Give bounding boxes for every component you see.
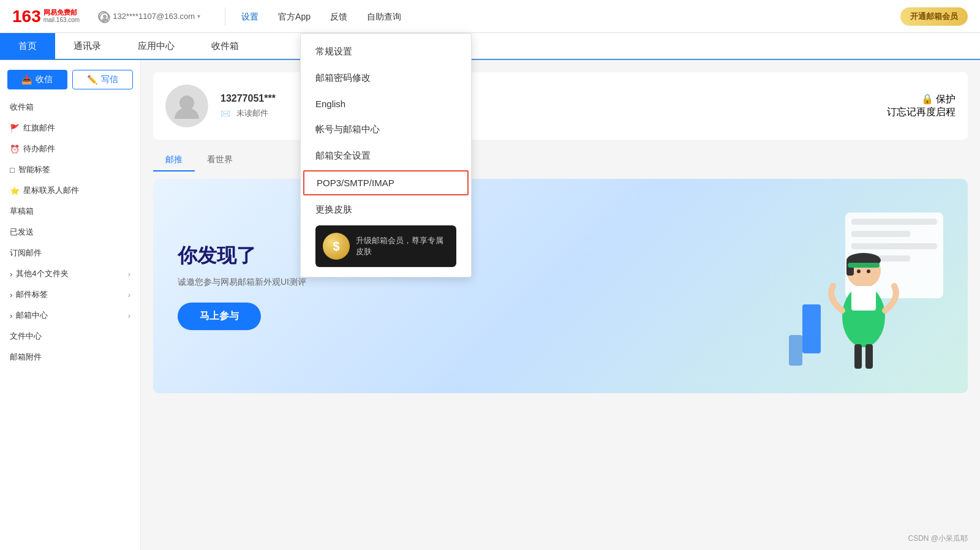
right-card-title: 订忘记再度启程 xyxy=(887,106,956,119)
avatar xyxy=(165,85,208,127)
sidebar-item-flagged[interactable]: 🚩 红旗邮件 xyxy=(0,118,140,138)
vip-button[interactable]: 开通邮箱会员 xyxy=(900,7,968,26)
coin-icon: $ xyxy=(323,233,350,260)
sidebar-item-subscriptions[interactable]: 订阅邮件 xyxy=(0,243,140,263)
tab-home[interactable]: 首页 xyxy=(0,32,55,59)
illus-character xyxy=(821,225,907,372)
right-card-text: 🔒 保护 xyxy=(887,93,956,106)
skin-preview[interactable]: $ 升级邮箱会员，尊享专属皮肤 xyxy=(315,225,456,267)
top-navbar: 163 网易免费邮 mail.163.com 132****1107@163.c… xyxy=(0,0,980,33)
settings-dropdown: 常规设置 邮箱密码修改 English 帐号与邮箱中心 邮箱安全设置 POP3/… xyxy=(300,33,472,277)
menu-item-account-center[interactable]: 帐号与邮箱中心 xyxy=(301,116,471,143)
nav-divider xyxy=(225,7,225,26)
skin-preview-inner: $ 升级邮箱会员，尊享专属皮肤 xyxy=(315,225,456,267)
svg-rect-10 xyxy=(851,286,876,311)
logo-tagline: 网易免费邮 xyxy=(43,9,80,17)
sidebar-label: 文件中心 xyxy=(10,331,42,342)
illus-bar-1 xyxy=(851,219,937,225)
chevron-right-icon: › xyxy=(10,269,12,279)
svg-rect-6 xyxy=(846,260,854,276)
compose-label: 写信 xyxy=(101,74,118,85)
sidebar-action-btns: 📥 收信 ✏️ 写信 xyxy=(0,66,140,97)
illus-accent-box2 xyxy=(789,335,802,366)
svg-point-8 xyxy=(857,269,861,273)
inbox-button[interactable]: 📥 收信 xyxy=(7,70,67,89)
account-selector[interactable]: 132****1107@163.com ▾ xyxy=(98,11,200,22)
sidebar-label: 智能标签 xyxy=(18,164,50,175)
email-status: 未读邮件 xyxy=(236,108,268,119)
nav-self-service[interactable]: 自助查询 xyxy=(357,0,411,33)
star-icon: ⭐ xyxy=(10,186,20,195)
download-icon: 📥 xyxy=(21,75,32,85)
skin-promo-text: 升级邮箱会员，尊享专属皮肤 xyxy=(356,235,449,257)
security-text: 保护 xyxy=(936,94,956,104)
account-email: 132****1107@163.com xyxy=(113,12,195,21)
chevron-down-icon: ▾ xyxy=(197,13,200,20)
sidebar-item-mailbox-center[interactable]: › 邮箱中心 xyxy=(0,305,140,326)
menu-item-pop3[interactable]: POP3/SMTP/IMAP xyxy=(303,170,469,195)
edit-icon: ✏️ xyxy=(87,75,97,85)
sidebar-item-other-folders[interactable]: › 其他4个文件夹 xyxy=(0,263,140,284)
nav-settings[interactable]: 设置 xyxy=(232,0,268,33)
logo-sub: 网易免费邮 mail.163.com xyxy=(43,9,80,24)
logo: 163 网易免费邮 mail.163.com xyxy=(12,8,80,25)
watermark: CSDN @小呆瓜耶 xyxy=(908,533,968,544)
sidebar-item-smart-tags[interactable]: □ 智能标签 xyxy=(0,159,140,180)
profile-card: 13277051*** ✉️ 未读邮件 🔒 保护 订忘记再度启程 xyxy=(153,72,968,140)
content-tabs: 邮推 看世界 xyxy=(153,149,968,171)
nav-official-app[interactable]: 官方App xyxy=(268,0,320,33)
sidebar-item-starred[interactable]: ⭐ 星标联系人邮件 xyxy=(0,180,140,201)
chevron-right-icon: › xyxy=(10,311,12,320)
right-card-info: 🔒 保护 订忘记再度启程 xyxy=(887,93,956,119)
lock-icon: 🔒 xyxy=(921,94,933,104)
menu-item-security[interactable]: 邮箱安全设置 xyxy=(301,143,471,169)
chevron-right-icon: › xyxy=(10,290,12,299)
clock-icon: ⏰ xyxy=(10,145,20,154)
second-navbar: 首页 通讯录 应用中心 收件箱 xyxy=(0,33,980,60)
menu-item-general[interactable]: 常规设置 xyxy=(301,39,471,65)
sidebar-item-sent[interactable]: 已发送 xyxy=(0,222,140,243)
sidebar-label: 星标联系人邮件 xyxy=(23,185,79,196)
nav-feedback[interactable]: 反馈 xyxy=(320,0,357,33)
menu-item-skin[interactable]: 更换皮肤 xyxy=(301,197,471,223)
sidebar-item-mail-labels[interactable]: › 邮件标签 xyxy=(0,284,140,305)
compose-button[interactable]: ✏️ 写信 xyxy=(72,70,134,89)
flag-icon: 🚩 xyxy=(10,124,20,133)
sidebar: 📥 收信 ✏️ 写信 收件箱 🚩 红旗邮件 ⏰ 待办邮件 □ 智能标签 ⭐ 星标… xyxy=(0,60,141,550)
menu-item-english[interactable]: English xyxy=(301,91,471,116)
sidebar-label: 邮箱附件 xyxy=(10,352,42,363)
sidebar-label: 邮件标签 xyxy=(16,289,48,300)
svg-point-9 xyxy=(867,269,870,273)
tab-inbox[interactable]: 收件箱 xyxy=(193,32,257,59)
sidebar-item-inbox[interactable]: 收件箱 xyxy=(0,97,140,118)
mail-icon: ✉️ xyxy=(221,109,230,118)
svg-rect-12 xyxy=(865,344,873,369)
avatar-icon xyxy=(172,91,202,121)
sidebar-item-attachments[interactable]: 邮箱附件 xyxy=(0,347,140,367)
content-area: 13277051*** ✉️ 未读邮件 🔒 保护 订忘记再度启程 邮推 看世界 xyxy=(141,60,980,550)
tab-mail-push[interactable]: 邮推 xyxy=(153,149,195,171)
banner-illustration xyxy=(747,200,943,372)
tab-app-center[interactable]: 应用中心 xyxy=(119,32,193,59)
sidebar-label: 已发送 xyxy=(10,227,34,238)
banner-subtitle: 诚邀您参与网易邮箱新外观UI测评 xyxy=(178,277,723,288)
sidebar-label: 收件箱 xyxy=(10,102,34,113)
sidebar-label: 草稿箱 xyxy=(10,206,34,217)
tab-world[interactable]: 看世界 xyxy=(195,149,245,171)
sidebar-label: 其他4个文件夹 xyxy=(16,268,68,279)
menu-item-password[interactable]: 邮箱密码修改 xyxy=(301,65,471,91)
sidebar-label: 红旗邮件 xyxy=(23,122,55,134)
svg-rect-11 xyxy=(854,344,862,369)
sidebar-label: 邮箱中心 xyxy=(16,310,48,321)
svg-rect-7 xyxy=(848,263,880,268)
sidebar-item-pending[interactable]: ⏰ 待办邮件 xyxy=(0,138,140,159)
nav-links: 设置 官方App 反馈 自助查询 xyxy=(232,0,900,33)
sidebar-item-drafts[interactable]: 草稿箱 xyxy=(0,201,140,222)
account-icon xyxy=(98,11,109,22)
tab-contacts[interactable]: 通讯录 xyxy=(55,32,119,59)
inbox-label: 收信 xyxy=(36,74,53,85)
logo-163: 163 xyxy=(12,8,41,25)
banner-cta-button[interactable]: 马上参与 xyxy=(178,303,261,330)
sidebar-label: 订阅邮件 xyxy=(10,247,42,258)
sidebar-item-file-center[interactable]: 文件中心 xyxy=(0,326,140,347)
